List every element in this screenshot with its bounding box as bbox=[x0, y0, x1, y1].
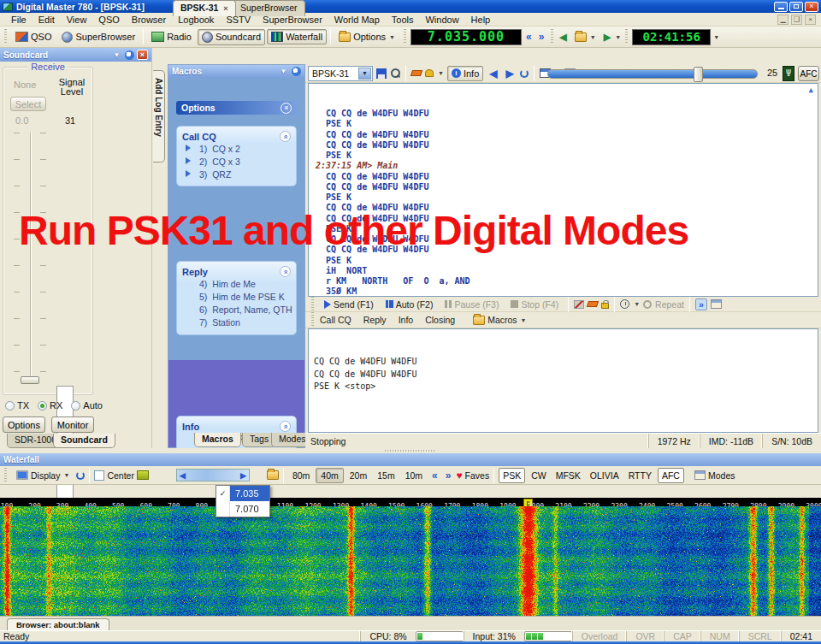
modes-button[interactable]: Modes bbox=[708, 470, 735, 481]
menu-item[interactable]: QSO bbox=[92, 13, 125, 27]
send-button[interactable]: Send (F1) bbox=[320, 297, 378, 312]
toolbar-drag-handle[interactable] bbox=[4, 29, 7, 44]
mode-button[interactable]: RTTY bbox=[625, 469, 655, 482]
repeat-icon[interactable] bbox=[643, 300, 652, 309]
center-checkbox[interactable] bbox=[94, 470, 104, 481]
macro-shortcut-button[interactable]: Info bbox=[399, 315, 414, 325]
collapse-group-icon[interactable]: » bbox=[280, 421, 291, 432]
radio-button[interactable]: Radio bbox=[147, 29, 196, 44]
superbrowser-button[interactable]: SuperBrowser bbox=[57, 29, 139, 45]
minimize-button[interactable] bbox=[774, 2, 788, 12]
macros-options-bar[interactable]: Options » bbox=[176, 101, 297, 115]
nav-forward-icon[interactable]: ▶ bbox=[602, 32, 612, 43]
menu-item[interactable]: Edit bbox=[32, 13, 61, 27]
toolbar-drag-handle[interactable] bbox=[551, 29, 553, 44]
next-icon[interactable]: ▶ bbox=[504, 68, 517, 80]
erase-tx-icon[interactable] bbox=[587, 301, 599, 307]
preview-right-icon[interactable]: ▶ bbox=[240, 471, 246, 480]
lock-icon[interactable] bbox=[601, 303, 609, 309]
preview-icon[interactable] bbox=[390, 68, 400, 79]
band-button[interactable]: 10m bbox=[401, 469, 427, 482]
band-button[interactable]: 80m bbox=[288, 469, 314, 482]
info-toggle-button[interactable]: iInfo bbox=[447, 66, 483, 81]
toolbar-drag-handle[interactable] bbox=[4, 468, 7, 483]
tab-macros[interactable]: Macros bbox=[194, 433, 241, 447]
collapse-group-icon[interactable]: » bbox=[280, 131, 291, 142]
mode-button[interactable]: CW bbox=[528, 469, 550, 482]
menu-item[interactable]: Tools bbox=[386, 13, 420, 27]
favorites-folder-button[interactable]: ▼ bbox=[570, 30, 600, 44]
frequency-down-button[interactable]: « bbox=[523, 31, 535, 43]
trx-radio[interactable]: Auto bbox=[71, 400, 103, 411]
macro-item[interactable]: 7) Station bbox=[177, 316, 296, 328]
waterfall-preview[interactable]: ◀▶ bbox=[176, 469, 250, 482]
frequency-display[interactable]: 7.035.000 bbox=[410, 29, 522, 45]
mode-button[interactable]: OLIVIA bbox=[587, 469, 623, 482]
prev-icon[interactable]: ◀ bbox=[487, 68, 499, 80]
mode-button[interactable]: PSK bbox=[499, 468, 525, 483]
antenna-icon[interactable]: Ψ bbox=[783, 66, 794, 81]
macro-item[interactable]: 6) Report, Name, QTH bbox=[177, 303, 296, 316]
alerts-icon[interactable] bbox=[425, 69, 434, 77]
macro-item[interactable]: 3) QRZ bbox=[177, 168, 296, 180]
mdi-restore-button[interactable]: ❑ bbox=[791, 15, 802, 25]
macro-item[interactable]: 4) Him de Me bbox=[177, 277, 296, 290]
toolbar-drag-handle[interactable] bbox=[404, 29, 406, 44]
tab-close-icon[interactable]: × bbox=[223, 4, 227, 13]
frequency-menu-item[interactable]: 7.070 bbox=[216, 501, 269, 517]
band-button[interactable]: 40m bbox=[316, 468, 343, 483]
volume-slider-thumb[interactable] bbox=[21, 376, 39, 384]
tx-off-icon[interactable] bbox=[574, 300, 584, 309]
more-buttons-icon[interactable]: » bbox=[695, 298, 707, 310]
macro-item[interactable]: 2) CQ x 3 bbox=[177, 155, 296, 168]
band-prev-icon[interactable]: « bbox=[429, 470, 440, 482]
frequency-up-button[interactable]: » bbox=[536, 31, 547, 43]
qso-button[interactable]: QSO bbox=[11, 29, 56, 44]
toolbar-drag-handle[interactable] bbox=[311, 297, 314, 312]
timer-icon[interactable] bbox=[620, 299, 629, 309]
refresh-waterfall-icon[interactable] bbox=[76, 471, 85, 480]
tab-bpsk-31[interactable]: BPSK-31× bbox=[173, 0, 236, 16]
menu-item[interactable]: Browser bbox=[126, 13, 172, 27]
scroll-up-icon[interactable]: ▲ bbox=[809, 86, 813, 94]
rx-text-area[interactable]: CQ CQ de W4DFU W4DFU PSE K CQ CQ de W4DF… bbox=[308, 83, 818, 297]
collapse-group-icon[interactable]: » bbox=[280, 266, 291, 277]
squelch-slider-thumb[interactable] bbox=[694, 67, 703, 82]
monitor-button[interactable]: Monitor bbox=[51, 417, 94, 433]
restore-button[interactable] bbox=[789, 2, 803, 12]
mode-combobox[interactable]: BPSK-31▼ bbox=[308, 66, 373, 81]
macro-shortcut-button[interactable]: Closing bbox=[425, 315, 455, 325]
soundcard-options-button[interactable]: Options bbox=[3, 417, 45, 433]
send-window-icon[interactable] bbox=[711, 299, 722, 309]
frequency-menu-item[interactable]: ✓ 7.035 bbox=[216, 486, 269, 501]
menu-item[interactable]: File bbox=[5, 13, 32, 27]
pause-button[interactable]: Pause (F3) bbox=[440, 297, 503, 312]
toolbar-overflow-icon[interactable]: ▼ bbox=[615, 34, 621, 40]
macro-item[interactable]: 5) Him de Me PSE K bbox=[177, 290, 296, 303]
volume-slider[interactable] bbox=[10, 133, 50, 389]
auto-button[interactable]: Auto (F2) bbox=[381, 297, 438, 312]
tab-soundcard[interactable]: Soundcard bbox=[53, 434, 115, 448]
menu-item[interactable]: Window bbox=[419, 13, 464, 27]
panel-menu-icon[interactable]: ▼ bbox=[111, 50, 122, 60]
band-button[interactable]: 20m bbox=[346, 469, 371, 482]
menu-item[interactable]: World Map bbox=[328, 13, 386, 27]
macro-item[interactable]: 1) CQ x 2 bbox=[177, 142, 296, 155]
options-button[interactable]: Options▼ bbox=[334, 29, 399, 44]
close-button[interactable]: × bbox=[805, 2, 818, 12]
tab-superbrowser[interactable]: SuperBrowser bbox=[233, 0, 305, 16]
afc-button[interactable]: AFC bbox=[798, 66, 819, 81]
trx-radio[interactable]: TX bbox=[5, 400, 29, 411]
browser-tab[interactable]: Browser: about:blank bbox=[7, 618, 109, 630]
soundcard-button[interactable]: Soundcard bbox=[198, 29, 265, 45]
stop-button[interactable]: Stop (F4) bbox=[506, 297, 563, 312]
repeat-label[interactable]: Repeat bbox=[655, 299, 684, 310]
marker-tool-icon[interactable] bbox=[137, 470, 149, 480]
macro-shortcut-button[interactable]: Reply bbox=[363, 315, 387, 325]
afc-toggle-button[interactable]: AFC bbox=[658, 468, 684, 483]
save-icon[interactable] bbox=[376, 68, 387, 79]
macros-menu-button[interactable]: Macros▼ bbox=[469, 312, 530, 328]
tx-text-area[interactable]: CQ CQ de W4DFU W4DFUCQ CQ de W4DFU W4DFU… bbox=[308, 328, 818, 433]
add-log-entry-tab[interactable]: Add Log Entry bbox=[153, 70, 165, 162]
band-next-icon[interactable]: » bbox=[443, 470, 454, 482]
